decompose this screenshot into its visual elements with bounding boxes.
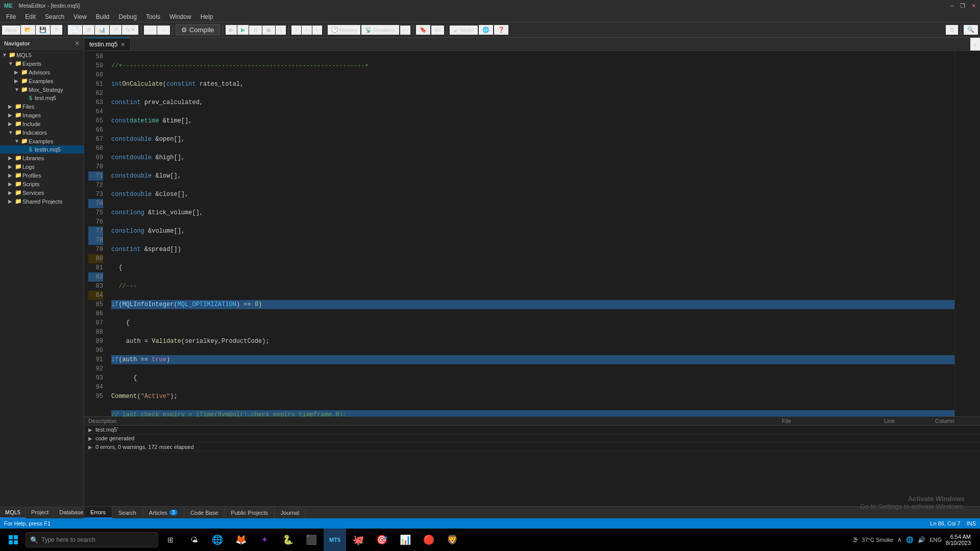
menu-view[interactable]: View	[69, 12, 91, 21]
history-button[interactable]: 🕐 History	[328, 25, 360, 35]
tree-item-mox[interactable]: ▼ 📁 Mox_Strategy	[0, 85, 84, 94]
sys-up-arrow[interactable]: ∧	[897, 536, 902, 543]
mql5-btn[interactable]: 🌐	[479, 25, 493, 35]
tab-close-btn[interactable]: ✕	[120, 41, 125, 48]
nav-tab-project[interactable]: Project	[26, 507, 54, 518]
taskbar-mt5[interactable]: MT5	[324, 529, 346, 551]
refresh-btn[interactable]: ↺	[110, 25, 121, 35]
taskview-btn[interactable]: ⊞	[159, 529, 182, 551]
taskbar-vs[interactable]: ✦	[253, 529, 276, 551]
menu-build[interactable]: Build	[92, 12, 114, 21]
styler-button[interactable]: 🖌 Styler	[450, 26, 478, 35]
bottom-row-0[interactable]: ▶ test.mq5'	[84, 425, 980, 434]
menu-window[interactable]: Window	[165, 12, 195, 21]
start-button[interactable]	[2, 529, 24, 551]
tree-item-examples-ind[interactable]: ▼ 📁 Examples	[0, 137, 84, 145]
debug-btn[interactable]: ↕	[312, 26, 323, 35]
tree-item-files[interactable]: ▶ 📁 Files	[0, 102, 84, 111]
code-lines[interactable]: //+-------------------------------------…	[107, 51, 954, 416]
taskbar-app3[interactable]: 🔴	[418, 529, 440, 551]
compile-button[interactable]: ⚙ Compile	[176, 24, 220, 35]
menu-file[interactable]: File	[2, 12, 20, 21]
code-editor[interactable]: 58 59 60 61 62 63 64 65 66 67 68 69 70 7…	[84, 51, 954, 416]
bookmark1-btn[interactable]: 🔖	[416, 25, 430, 35]
tree-item-shared[interactable]: ▶ 📁 Shared Projects	[0, 197, 84, 206]
tree-item-advisors[interactable]: ▶ 📁 Advisors	[0, 68, 84, 77]
play-btn[interactable]: ▶	[226, 25, 237, 35]
sys-network: 🌐	[906, 536, 914, 543]
stop-btn[interactable]: ⏹	[262, 26, 275, 35]
tree-item-testin-mq5[interactable]: 5 testin.mq5	[0, 145, 84, 154]
chart-btn[interactable]: 📊	[95, 25, 109, 35]
bottom-tab-errors[interactable]: Errors	[84, 507, 112, 518]
taskbar-python[interactable]: 🐍	[277, 529, 299, 551]
taskbar-clock[interactable]: 6:54 AM 8/10/2023	[946, 534, 971, 546]
tree-arrow-examples-i: ▼	[14, 138, 20, 144]
tree-item-experts[interactable]: ▼ 📁 Experts	[0, 59, 84, 68]
taskbar-app1[interactable]: 🎯	[371, 529, 393, 551]
tree-item-scripts[interactable]: ▶ 📁 Scripts	[0, 180, 84, 188]
toolbar-search-btn[interactable]: 🔍	[964, 25, 978, 35]
test-btn[interactable]: □	[400, 26, 411, 35]
taskbar-search-box[interactable]: 🔍 Type here to search	[26, 532, 158, 547]
new-button[interactable]: New	[2, 26, 20, 35]
code-line-64: const double &low[],	[111, 171, 954, 181]
tree-item-include[interactable]: ▶ 📁 Include	[0, 119, 84, 128]
tree-root-mql5[interactable]: ▼ 📁 MQL5	[0, 51, 84, 59]
split-view-btn[interactable]: ⊞	[83, 25, 94, 35]
bottom-tab-public[interactable]: Public Projects	[225, 507, 275, 518]
step-in-btn[interactable]: ↓	[291, 26, 302, 35]
bookmark2-btn[interactable]: 🏷	[431, 26, 444, 35]
navigator-close-btn[interactable]: ✕	[75, 40, 80, 47]
realtime-button[interactable]: 📡 Realtime	[361, 25, 399, 35]
taskbar-terminal[interactable]: ⬛	[300, 529, 323, 551]
close-file-button[interactable]: ✕	[51, 25, 62, 35]
bottom-tab-journal[interactable]: Journal	[275, 507, 306, 518]
settings-btn[interactable]: ⚙	[946, 25, 958, 35]
save-button[interactable]: 💾	[36, 25, 50, 35]
close-btn[interactable]: ✕	[971, 3, 976, 9]
taskbar-github[interactable]: 🐙	[347, 529, 370, 551]
bottom-tab-articles[interactable]: Articles3	[143, 507, 184, 518]
taskbar-app2[interactable]: 📊	[394, 529, 416, 551]
forward-btn[interactable]: →	[157, 26, 170, 35]
pause-btn[interactable]: ⏸	[249, 26, 262, 35]
back-btn[interactable]: ←	[144, 26, 157, 35]
menu-search[interactable]: Search	[41, 12, 68, 21]
tree-item-libraries[interactable]: ▶ 📁 Libraries	[0, 154, 84, 162]
menu-debug[interactable]: Debug	[115, 12, 141, 21]
tree-item-examples-experts[interactable]: ▶ 📁 Examples	[0, 77, 84, 85]
step-over-btn[interactable]: ⤵	[276, 26, 286, 35]
menu-help[interactable]: Help	[197, 12, 217, 21]
run-btn[interactable]: ▶	[237, 25, 249, 35]
bottom-tab-codebase[interactable]: Code Base	[184, 507, 225, 518]
nav-tab-mql5[interactable]: MQL5	[0, 507, 26, 518]
tree-item-images[interactable]: ▶ 📁 Images	[0, 111, 84, 119]
menu-edit[interactable]: Edit	[21, 12, 40, 21]
bottom-row-1[interactable]: ▶ code generated	[84, 434, 980, 443]
fx-btn[interactable]: fx ▾	[122, 25, 138, 35]
restore-btn[interactable]: ❐	[960, 3, 965, 9]
bottom-row-2[interactable]: ▶ 0 errors, 0 warnings, 172 msec elapsed	[84, 443, 980, 452]
collapse-editor-btn[interactable]: ‹	[970, 38, 980, 51]
tree-item-services[interactable]: ▶ 📁 Services	[0, 188, 84, 197]
tree-item-indicators[interactable]: ▼ 📁 Indicators	[0, 128, 84, 137]
menu-tools[interactable]: Tools	[142, 12, 164, 21]
taskbar-chrome[interactable]: 🌐	[206, 529, 229, 551]
tree-item-logs[interactable]: ▶ 📁 Logs	[0, 162, 84, 171]
widgets-btn[interactable]: 🌤	[183, 529, 205, 551]
taskbar-firefox[interactable]: 🦊	[230, 529, 252, 551]
tree-item-test-mq5[interactable]: 5 test.mq5	[0, 94, 84, 102]
sys-weather[interactable]: 🌫 37°C Smoke	[852, 536, 893, 543]
editor-view-btn[interactable]: 📄	[68, 25, 82, 35]
editor-tab-testin[interactable]: testin.mq5 ✕	[84, 38, 131, 51]
tree-item-profiles[interactable]: ▶ 📁 Profiles	[0, 171, 84, 180]
step-out-btn[interactable]: ↑	[302, 26, 312, 35]
tree-arrow-files: ▶	[8, 104, 14, 109]
help2-btn[interactable]: ❓	[494, 25, 508, 35]
taskbar-app4[interactable]: 🦁	[441, 529, 463, 551]
tree-arrow-advisors: ▶	[14, 69, 20, 75]
bottom-tab-search[interactable]: Search	[112, 507, 143, 518]
minimize-btn[interactable]: ─	[950, 3, 954, 9]
open-button[interactable]: 📂	[21, 25, 35, 35]
